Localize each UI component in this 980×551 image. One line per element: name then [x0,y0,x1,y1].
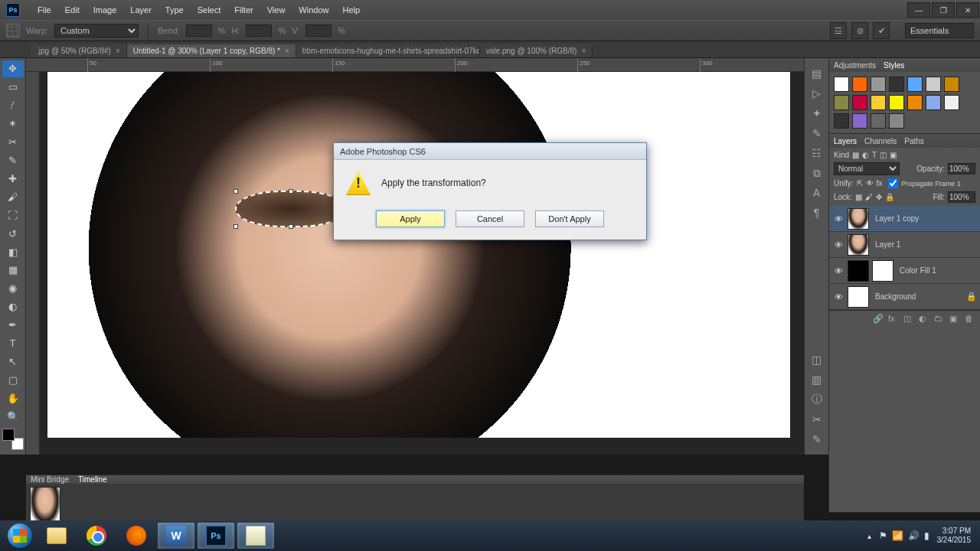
timeline-tab[interactable]: Timeline [78,475,106,484]
properties-panel-icon[interactable]: ✦ [808,104,826,122]
style-swatch[interactable] [834,77,849,92]
histogram-panel-icon[interactable]: ▥ [808,370,826,389]
commit-transform-icon[interactable]: ✔ [873,22,890,39]
word-taskbar-icon[interactable]: W [158,523,194,549]
style-swatch[interactable] [944,77,959,92]
menu-edit[interactable]: Edit [58,5,87,15]
layer-name[interactable]: Layer 1 [875,240,900,249]
layer-name[interactable]: Layer 1 copy [875,214,919,223]
info-panel-icon[interactable]: ⓘ [808,390,826,409]
h-input[interactable] [246,24,272,37]
layer-row[interactable]: 👁Layer 1 [829,232,980,258]
document-tab[interactable]: bbm-emoticons-hughug-me-t-shirts-spreads… [296,44,480,57]
menu-help[interactable]: Help [335,5,367,15]
style-swatch[interactable] [871,113,886,129]
paths-tab[interactable]: Paths [904,137,924,145]
document-tab[interactable]: Untitled-1 @ 300% (Layer 1 copy, RGB/8) … [127,44,296,57]
style-swatch[interactable] [852,113,867,129]
close-tab-icon[interactable]: × [581,47,586,55]
layer-thumbnail[interactable] [848,286,869,308]
transform-selection[interactable] [235,191,346,227]
window-minimize-icon[interactable]: — [907,2,930,18]
clone-stamp-tool-icon[interactable]: ⛶ [2,207,24,223]
menu-select[interactable]: Select [191,5,228,15]
filter-shape-icon[interactable]: ◫ [880,151,887,159]
paragraph-panel-icon[interactable]: ¶ [808,204,826,222]
styles-tab[interactable]: Styles [884,61,904,70]
style-swatch[interactable] [834,95,849,110]
style-swatch[interactable] [852,95,867,110]
opacity-input[interactable] [948,163,975,174]
menu-layer[interactable]: Layer [123,5,158,15]
warp-switch-icon[interactable]: ☲ [830,22,847,39]
window-close-icon[interactable]: ✕ [956,2,979,18]
menu-view[interactable]: View [260,5,292,15]
style-swatch[interactable] [871,95,886,110]
layer-row[interactable]: 👁Layer 1 copy [829,206,980,232]
hand-tool-icon[interactable]: ✋ [2,390,24,406]
menu-window[interactable]: Window [292,5,335,15]
menu-image[interactable]: Image [87,5,124,15]
filter-pixel-icon[interactable]: ▦ [852,151,859,159]
layer-style-icon[interactable]: fx [888,314,899,324]
history-panel-icon[interactable]: ▤ [808,64,826,83]
filter-adjust-icon[interactable]: ◐ [862,151,869,159]
lock-all-icon[interactable]: 🔒 [885,193,894,201]
layer-comps-icon[interactable]: ✂ [808,410,826,429]
visibility-toggle-icon[interactable]: 👁 [832,292,844,302]
network-tray-icon[interactable]: 📶 [892,530,903,541]
eyedropper-tool-icon[interactable]: ✎ [2,152,24,169]
style-swatch[interactable] [889,77,904,92]
adjustment-layer-icon[interactable]: ◐ [919,314,929,324]
horizontal-ruler[interactable]: 50 100 150 200 250 300 [26,58,804,72]
notes-panel-icon[interactable]: ✎ [808,430,826,448]
gradient-tool-icon[interactable]: ▦ [2,262,24,279]
shape-tool-icon[interactable]: ▢ [2,371,24,388]
style-swatch[interactable] [926,95,941,110]
filter-smart-icon[interactable]: ▣ [890,151,897,159]
workspace-switcher[interactable]: Essentials [905,23,974,38]
document-tab[interactable]: vale.png @ 100% (RGB/8)× [480,44,593,57]
unify-style-icon[interactable]: fx [877,179,883,187]
vertical-ruler[interactable] [26,72,40,455]
new-layer-icon[interactable]: ▣ [949,314,960,324]
lock-pixels-icon[interactable]: 🖌 [865,193,873,201]
type-tool-icon[interactable]: T [2,335,24,352]
canvas[interactable] [40,72,804,455]
style-swatch[interactable] [944,95,959,110]
style-swatch[interactable] [926,77,941,92]
eraser-tool-icon[interactable]: ◧ [2,243,24,260]
blur-tool-icon[interactable]: ◉ [2,280,24,297]
visibility-toggle-icon[interactable]: 👁 [832,266,844,276]
healing-brush-tool-icon[interactable]: ✚ [2,170,24,187]
unify-position-icon[interactable]: ⇱ [857,179,863,187]
dodge-tool-icon[interactable]: ◐ [2,298,24,315]
layers-tab[interactable]: Layers [834,137,857,145]
lock-position-icon[interactable]: ✥ [876,193,882,201]
action-center-tray-icon[interactable]: ⚑ [879,530,887,541]
firefox-taskbar-icon[interactable] [118,523,155,549]
clone-source-icon[interactable]: ⧉ [808,164,826,182]
start-button[interactable] [5,520,35,551]
visibility-toggle-icon[interactable]: 👁 [832,214,844,223]
fill-input[interactable] [948,191,975,203]
path-select-tool-icon[interactable]: ↖ [2,354,24,370]
actions-panel-icon[interactable]: ▷ [808,84,826,103]
color-swatches[interactable] [2,429,24,450]
zoom-tool-icon[interactable]: 🔍 [2,408,24,425]
document-tab[interactable]: .jpg @ 50% (RGB/8#)× [31,44,127,57]
blend-mode-select[interactable]: Normal [834,162,900,175]
lock-transparency-icon[interactable]: ▦ [855,193,862,201]
delete-layer-icon[interactable]: 🗑 [965,314,975,324]
layer-name[interactable]: Background [875,292,916,301]
brush-tool-icon[interactable]: 🖌 [2,188,24,205]
volume-tray-icon[interactable]: 🔊 [908,530,920,541]
character-panel-icon[interactable]: A [808,184,826,202]
menu-filter[interactable]: Filter [227,5,260,15]
style-swatch[interactable] [852,77,867,92]
navigator-panel-icon[interactable]: ◫ [808,350,826,369]
dont-apply-button[interactable]: Don't Apply [535,210,604,227]
notepad-taskbar-icon[interactable] [237,523,274,549]
brush-panel-icon[interactable]: ✎ [808,124,826,142]
style-swatch[interactable] [889,113,904,129]
